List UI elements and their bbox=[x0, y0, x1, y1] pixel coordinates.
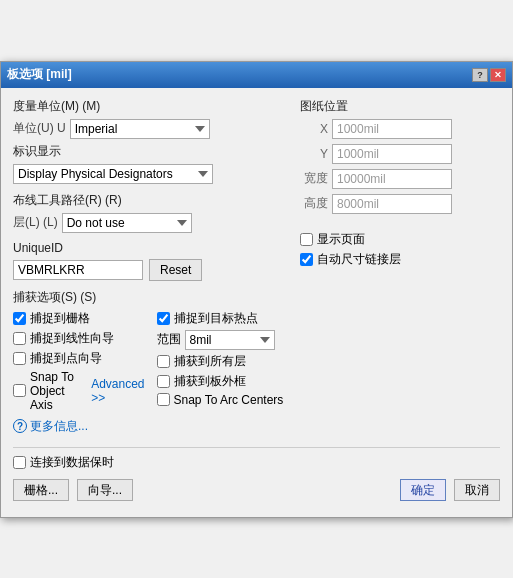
routing-label: 布线工具路径(R) (R) bbox=[13, 192, 288, 209]
routing-form-row: 层(L) (L) Do not use bbox=[13, 213, 288, 233]
titlebar-buttons: ? ✕ bbox=[472, 68, 506, 82]
snap-arc-label: Snap To Arc Centers bbox=[174, 393, 284, 407]
x-label: X bbox=[300, 122, 328, 136]
connect-label: 连接到数据保时 bbox=[30, 454, 114, 471]
snap-hotspot-checkbox[interactable] bbox=[157, 312, 170, 325]
snap-point-label: 捕捉到点向导 bbox=[30, 350, 102, 367]
snap-all-label: 捕获到所有层 bbox=[174, 353, 246, 370]
x-input[interactable]: 1000mil bbox=[332, 119, 452, 139]
height-input[interactable]: 8000mil bbox=[332, 194, 452, 214]
designator-form-row: Display Physical Designators bbox=[13, 164, 288, 184]
snap-all-checkbox[interactable] bbox=[157, 355, 170, 368]
auto-size-label: 自动尺寸链接层 bbox=[317, 251, 401, 268]
unit-label: 单位(U) U bbox=[13, 120, 66, 137]
snap-arc-checkbox[interactable] bbox=[157, 393, 170, 406]
snap-grid-label: 捕捉到栅格 bbox=[30, 310, 90, 327]
paper-y-row: Y 1000mil bbox=[300, 144, 500, 164]
units-section: 度量单位(M) (M) 单位(U) U Imperial bbox=[13, 98, 288, 139]
left-column: 度量单位(M) (M) 单位(U) U Imperial 标识显示 Displa… bbox=[13, 98, 288, 441]
close-button[interactable]: ✕ bbox=[490, 68, 506, 82]
snap-hotspot-row: 捕捉到目标热点 bbox=[157, 310, 289, 327]
guide-button[interactable]: 向导... bbox=[77, 479, 133, 501]
snap-axis-checkbox[interactable] bbox=[13, 384, 26, 397]
auto-size-checkbox[interactable] bbox=[300, 253, 313, 266]
snap-right-col: 捕捉到目标热点 范围 8mil 4mil 2mil 1mil bbox=[157, 310, 289, 415]
unique-id-label: UniqueID bbox=[13, 241, 288, 255]
snap-point-row: 捕捉到点向导 bbox=[13, 350, 145, 367]
divider bbox=[13, 447, 500, 448]
question-icon: ? bbox=[13, 419, 27, 433]
range-select[interactable]: 8mil 4mil 2mil 1mil bbox=[185, 330, 275, 350]
snap-axis-row: Snap To Object Axis Advanced >> bbox=[13, 370, 145, 412]
snap-label: 捕获选项(S) (S) bbox=[13, 289, 288, 306]
help-button[interactable]: ? bbox=[472, 68, 488, 82]
snap-board-checkbox[interactable] bbox=[157, 375, 170, 388]
width-input[interactable]: 10000mil bbox=[332, 169, 452, 189]
content-area: 度量单位(M) (M) 单位(U) U Imperial 标识显示 Displa… bbox=[1, 88, 512, 517]
layer-label: 层(L) (L) bbox=[13, 214, 58, 231]
snap-board-label: 捕获到板外框 bbox=[174, 373, 246, 390]
snap-grid-checkbox[interactable] bbox=[13, 312, 26, 325]
snap-all-row: 捕获到所有层 bbox=[157, 353, 289, 370]
connect-row: 连接到数据保时 bbox=[13, 454, 500, 471]
snap-point-checkbox[interactable] bbox=[13, 352, 26, 365]
advanced-link[interactable]: Advanced >> bbox=[91, 377, 144, 405]
paper-x-row: X 1000mil bbox=[300, 119, 500, 139]
main-window: 板选项 [mil] ? ✕ 度量单位(M) (M) 单位(U) U Imperi… bbox=[0, 61, 513, 518]
units-label: 度量单位(M) (M) bbox=[13, 98, 288, 115]
snap-section: 捕获选项(S) (S) 捕捉到栅格 捕捉到线性向导 bbox=[13, 289, 288, 435]
more-info-label: 更多信息... bbox=[30, 418, 88, 435]
unique-id-section: UniqueID VBMRLKRR Reset bbox=[13, 241, 288, 281]
titlebar: 板选项 [mil] ? ✕ bbox=[1, 62, 512, 88]
grid-button[interactable]: 栅格... bbox=[13, 479, 69, 501]
more-info-row[interactable]: ? 更多信息... bbox=[13, 418, 288, 435]
paper-width-row: 宽度 10000mil bbox=[300, 169, 500, 189]
snap-linear-row: 捕捉到线性向导 bbox=[13, 330, 145, 347]
ok-button[interactable]: 确定 bbox=[400, 479, 446, 501]
snap-hotspot-label: 捕捉到目标热点 bbox=[174, 310, 258, 327]
show-page-row: 显示页面 bbox=[300, 231, 500, 248]
snap-linear-label: 捕捉到线性向导 bbox=[30, 330, 114, 347]
snap-arc-row: Snap To Arc Centers bbox=[157, 393, 289, 407]
designator-label: 标识显示 bbox=[13, 143, 288, 160]
footer-left: 栅格... 向导... bbox=[13, 479, 392, 501]
unique-id-input[interactable]: VBMRLKRR bbox=[13, 260, 143, 280]
units-form-row: 单位(U) U Imperial bbox=[13, 119, 288, 139]
right-column: 图纸位置 X 1000mil Y 1000mil 宽度 10000mil 高度 … bbox=[300, 98, 500, 441]
unique-id-row: VBMRLKRR Reset bbox=[13, 259, 288, 281]
cancel-button[interactable]: 取消 bbox=[454, 479, 500, 501]
footer: 栅格... 向导... 确定 取消 bbox=[13, 479, 500, 507]
connect-checkbox[interactable] bbox=[13, 456, 26, 469]
snap-axis-label: Snap To Object Axis bbox=[30, 370, 87, 412]
paper-label: 图纸位置 bbox=[300, 98, 500, 115]
unit-select[interactable]: Imperial bbox=[70, 119, 210, 139]
designator-section: 标识显示 Display Physical Designators bbox=[13, 143, 288, 184]
show-page-checkbox[interactable] bbox=[300, 233, 313, 246]
y-label: Y bbox=[300, 147, 328, 161]
snap-columns: 捕捉到栅格 捕捉到线性向导 捕捉到点向导 bbox=[13, 310, 288, 415]
snap-left-col: 捕捉到栅格 捕捉到线性向导 捕捉到点向导 bbox=[13, 310, 145, 415]
auto-size-row: 自动尺寸链接层 bbox=[300, 251, 500, 268]
routing-section: 布线工具路径(R) (R) 层(L) (L) Do not use bbox=[13, 192, 288, 233]
main-row: 度量单位(M) (M) 单位(U) U Imperial 标识显示 Displa… bbox=[13, 98, 500, 441]
layer-select[interactable]: Do not use bbox=[62, 213, 192, 233]
snap-board-row: 捕获到板外框 bbox=[157, 373, 289, 390]
range-label: 范围 bbox=[157, 331, 181, 348]
snap-range-row: 范围 8mil 4mil 2mil 1mil bbox=[157, 330, 289, 350]
footer-right: 确定 取消 bbox=[400, 479, 500, 501]
paper-height-row: 高度 8000mil bbox=[300, 194, 500, 214]
y-input[interactable]: 1000mil bbox=[332, 144, 452, 164]
designator-select[interactable]: Display Physical Designators bbox=[13, 164, 213, 184]
show-page-label: 显示页面 bbox=[317, 231, 365, 248]
height-label: 高度 bbox=[300, 195, 328, 212]
window-title: 板选项 [mil] bbox=[7, 66, 72, 83]
width-label: 宽度 bbox=[300, 170, 328, 187]
spacer bbox=[300, 219, 500, 231]
snap-linear-checkbox[interactable] bbox=[13, 332, 26, 345]
snap-grid-row: 捕捉到栅格 bbox=[13, 310, 145, 327]
reset-button[interactable]: Reset bbox=[149, 259, 202, 281]
